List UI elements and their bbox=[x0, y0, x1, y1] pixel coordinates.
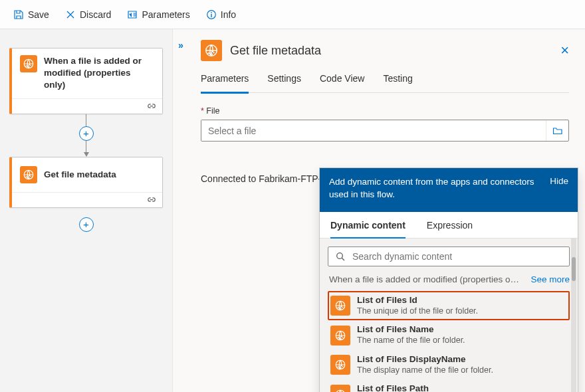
dynamic-content-source: When a file is added or modified (proper… bbox=[329, 274, 570, 284]
tab-expression[interactable]: Expression bbox=[427, 220, 473, 238]
parameters-label: Parameters bbox=[142, 9, 189, 20]
add-step-button-end[interactable]: + bbox=[79, 217, 94, 232]
close-button[interactable]: × bbox=[560, 42, 569, 59]
info-label: Info bbox=[221, 9, 236, 20]
dc-item-icon bbox=[330, 355, 350, 375]
dc-item-list-of-files-displayname[interactable]: List of Files DisplayName The display na… bbox=[328, 350, 570, 380]
tab-parameters[interactable]: Parameters bbox=[201, 73, 249, 94]
popover-header-text: Add dynamic content from the apps and co… bbox=[329, 176, 542, 201]
link-icon bbox=[146, 102, 157, 111]
add-step-button[interactable]: + bbox=[79, 126, 94, 141]
save-button[interactable]: Save bbox=[7, 5, 56, 24]
detail-title: Get file metadata bbox=[230, 44, 552, 58]
toolbar: Save Discard Parameters Info bbox=[0, 0, 585, 29]
dc-item-icon bbox=[330, 296, 350, 316]
file-field-label: File bbox=[201, 106, 569, 116]
tab-testing[interactable]: Testing bbox=[383, 73, 412, 92]
discard-button[interactable]: Discard bbox=[58, 5, 118, 24]
folder-picker-button[interactable] bbox=[546, 120, 568, 141]
detail-action-icon bbox=[201, 40, 222, 61]
dc-item-title: List of Files Name bbox=[357, 324, 465, 336]
discard-label: Discard bbox=[80, 9, 111, 20]
tab-code-view[interactable]: Code View bbox=[320, 73, 364, 92]
parameters-icon bbox=[127, 9, 138, 20]
tab-dynamic-content[interactable]: Dynamic content bbox=[330, 220, 406, 239]
dynamic-content-popover: Add dynamic content from the apps and co… bbox=[319, 167, 578, 392]
popover-scrollbar[interactable] bbox=[571, 239, 576, 392]
collapse-button[interactable]: » bbox=[178, 40, 183, 50]
info-button[interactable]: Info bbox=[199, 5, 243, 24]
dc-item-desc: The display name of the file or folder. bbox=[357, 365, 493, 376]
save-icon bbox=[13, 9, 24, 20]
search-icon bbox=[335, 251, 346, 262]
dc-item-list-of-files-id[interactable]: List of Files Id The unique id of the fi… bbox=[328, 291, 570, 321]
action-title: Get file metadata bbox=[44, 169, 116, 181]
discard-icon bbox=[65, 9, 76, 20]
trigger-icon bbox=[20, 55, 37, 72]
trigger-title: When a file is added or modified (proper… bbox=[44, 55, 154, 92]
tab-settings[interactable]: Settings bbox=[267, 73, 301, 92]
dc-item-title: List of Files Path bbox=[357, 383, 461, 392]
file-input[interactable] bbox=[201, 120, 569, 142]
popover-tabs: Dynamic content Expression bbox=[320, 212, 578, 239]
dc-item-icon bbox=[330, 326, 350, 345]
popover-scrollbar-thumb[interactable] bbox=[572, 257, 576, 281]
flow-canvas: When a file is added or modified (proper… bbox=[0, 29, 173, 392]
info-icon bbox=[206, 9, 217, 20]
dynamic-content-source-title: When a file is added or modified (proper… bbox=[329, 274, 519, 284]
popover-body: When a file is added or modified (proper… bbox=[320, 239, 578, 392]
dynamic-content-search-input[interactable] bbox=[346, 251, 562, 262]
hide-button[interactable]: Hide bbox=[550, 176, 568, 186]
action-icon bbox=[20, 166, 37, 183]
dc-item-list-of-files-name[interactable]: List of Files Name The name of the file … bbox=[328, 320, 570, 350]
connector-arrow: + bbox=[9, 114, 163, 157]
dc-item-title: List of Files Id bbox=[357, 295, 478, 306]
trigger-node[interactable]: When a file is added or modified (proper… bbox=[9, 48, 163, 114]
save-label: Save bbox=[28, 9, 49, 20]
popover-header: Add dynamic content from the apps and co… bbox=[320, 168, 578, 212]
see-more-link[interactable]: See more bbox=[530, 274, 570, 284]
parameters-button[interactable]: Parameters bbox=[120, 5, 196, 24]
dc-item-desc: The name of the file or folder. bbox=[357, 336, 465, 346]
dc-item-title: List of Files DisplayName bbox=[357, 354, 493, 365]
action-node[interactable]: Get file metadata bbox=[9, 157, 163, 208]
link-icon bbox=[146, 195, 157, 205]
detail-header: Get file metadata × bbox=[201, 40, 569, 61]
dc-item-icon bbox=[330, 385, 350, 392]
detail-panel: » Get file metadata × Parameters Setting… bbox=[173, 29, 585, 392]
dc-item-list-of-files-path[interactable]: List of Files Path The path of the file … bbox=[328, 379, 570, 392]
dynamic-content-search[interactable] bbox=[328, 246, 570, 266]
file-textbox[interactable] bbox=[201, 120, 546, 141]
dc-item-desc: The unique id of the file or folder. bbox=[357, 306, 478, 317]
detail-tabs: Parameters Settings Code View Testing bbox=[201, 70, 569, 93]
